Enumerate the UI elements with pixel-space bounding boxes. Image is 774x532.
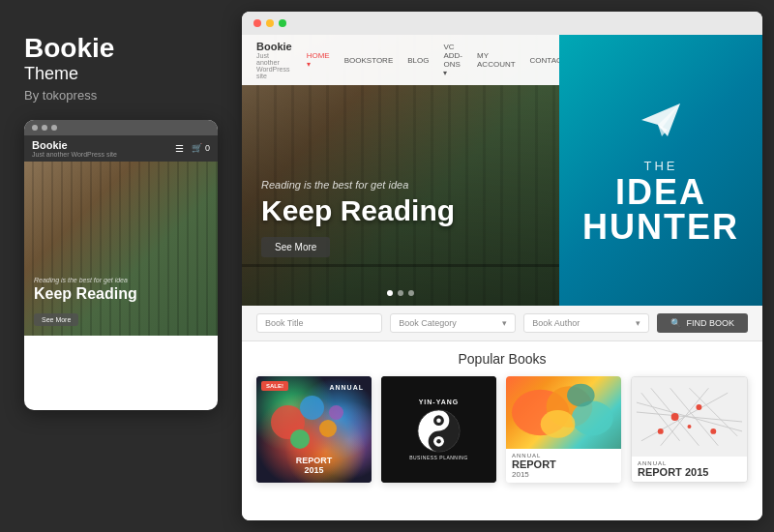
book-card-2[interactable]: YIN-YANG BUSINESS PLANNING — [381, 376, 496, 483]
book-card-3[interactable]: ANNUAL REPORT 2015 — [506, 376, 621, 483]
book4-top — [632, 377, 747, 457]
book-cover-the: THE — [644, 159, 678, 173]
book4-report: REPORT 2015 — [638, 466, 741, 478]
book-cover-title1: IDEA — [615, 175, 706, 210]
yin-yang-symbol — [417, 409, 461, 453]
hero-dot-3[interactable] — [408, 290, 414, 296]
nav-logo-sub: Just another WordPress site — [256, 52, 292, 79]
browser-dot-red — [253, 19, 261, 27]
mobile-browser-dots — [24, 120, 218, 135]
search-book-author-select[interactable]: Book Author ▾ — [523, 313, 649, 333]
nav-item-contact[interactable]: CONTACT — [530, 56, 559, 65]
search-bar: Book Title Book Category ▾ Book Author ▾… — [242, 306, 762, 341]
hero-books-shelf — [242, 264, 559, 267]
hero-dot-1[interactable] — [387, 290, 393, 296]
hero-slider-dots — [387, 290, 414, 296]
sidebar: Bookie Theme By tokopress Bookie Just an… — [0, 0, 242, 532]
svg-point-20 — [710, 429, 716, 434]
browser-chrome — [242, 12, 762, 35]
mobile-hero-text: Reading is the best for get idea Keep Re… — [34, 277, 208, 326]
book-card-4[interactable]: ANNUAL REPORT 2015 — [631, 376, 748, 483]
books-grid: SALE! ANNUAL REPORT 2015 YIN-YANG — [256, 376, 748, 483]
book3-bottom: ANNUAL REPORT 2015 — [506, 449, 621, 483]
svg-point-21 — [658, 429, 664, 434]
svg-point-8 — [541, 410, 576, 438]
book-cover-title2: HUNTER — [582, 210, 739, 245]
mobile-hero-tagline: Reading is the best for get idea — [34, 277, 208, 283]
mobile-see-more-button[interactable]: See More — [34, 313, 78, 326]
nav-item-vcaddons[interactable]: VC ADD-ONS ▾ — [443, 43, 462, 77]
svg-point-19 — [696, 404, 701, 410]
hero-content: Reading is the best for get idea Keep Re… — [261, 179, 455, 257]
book3-shapes — [506, 376, 621, 449]
mobile-logo: Bookie Just another WordPress site — [32, 139, 117, 158]
book3-report: REPORT — [512, 458, 615, 470]
book3-top — [506, 376, 621, 449]
hero-dot-2[interactable] — [398, 290, 403, 296]
search-book-title-input[interactable]: Book Title — [256, 313, 382, 333]
hero-book-cover: THE IDEA HUNTER — [559, 35, 762, 306]
popular-books-title: Popular Books — [256, 351, 748, 367]
bubble-purple — [329, 405, 343, 420]
nav-item-home[interactable]: HOME ▾ — [307, 51, 330, 69]
hero-title: Keep Reading — [261, 194, 455, 227]
hero-nav: Bookie Just another WordPress site HOME … — [242, 35, 559, 85]
bubble-green — [290, 429, 310, 449]
browser-dot-green — [279, 19, 286, 27]
bubble-orange — [319, 420, 337, 437]
svg-point-9 — [567, 384, 595, 407]
hero-bookshelf: Bookie Just another WordPress site HOME … — [242, 35, 559, 306]
nav-item-myaccount[interactable]: MY ACCOUNT — [477, 51, 516, 69]
book4-bottom: ANNUAL REPORT 2015 — [632, 457, 747, 482]
nav-logo-title: Bookie — [256, 41, 292, 52]
book4-inner: ANNUAL REPORT 2015 — [632, 377, 747, 482]
mobile-cart[interactable]: 🛒 0 — [192, 143, 210, 153]
find-book-button[interactable]: 🔍 FIND BOOK — [657, 313, 748, 333]
hero-see-more-button[interactable]: See More — [261, 237, 330, 257]
mobile-dot-2 — [42, 125, 47, 131]
nav-item-blog[interactable]: BLOG — [407, 56, 429, 65]
book-card-1[interactable]: SALE! ANNUAL REPORT 2015 — [256, 376, 372, 483]
mobile-header: Bookie Just another WordPress site ☰ 🛒 0 — [24, 135, 218, 162]
sidebar-title: Bookie — [24, 34, 218, 64]
book1-annual: ANNUAL — [329, 384, 364, 391]
mobile-header-title: Bookie — [32, 139, 117, 151]
sidebar-by: By tokopress — [24, 88, 218, 103]
svg-point-3 — [436, 418, 441, 423]
hero-tagline: Reading is the best for get idea — [261, 179, 455, 191]
book-card-1-inner: SALE! ANNUAL REPORT 2015 — [256, 376, 372, 483]
main-area: Bookie Just another WordPress site HOME … — [242, 12, 762, 520]
books-section: Popular Books SALE! ANNUAL REPORT 2015 — [242, 341, 762, 520]
mobile-hero-title: Keep Reading — [34, 285, 208, 303]
sidebar-subtitle: Theme — [24, 64, 218, 84]
book3-inner: ANNUAL REPORT 2015 — [506, 376, 621, 483]
bubble-blue — [300, 396, 324, 420]
mobile-header-sub: Just another WordPress site — [32, 151, 117, 158]
mobile-menu-icon[interactable]: ☰ — [175, 143, 184, 154]
sale-badge: SALE! — [261, 381, 288, 391]
mobile-preview: Bookie Just another WordPress site ☰ 🛒 0… — [24, 120, 218, 410]
svg-point-22 — [688, 425, 692, 429]
book1-report-year: REPORT 2015 — [296, 456, 333, 475]
svg-point-4 — [436, 439, 441, 444]
book2-subtitle: BUSINESS PLANNING — [409, 455, 468, 460]
search-icon: 🔍 — [670, 318, 681, 328]
book3-year: 2015 — [512, 470, 615, 479]
browser-dot-yellow — [266, 19, 274, 27]
yin-yang-container: YIN-YANG BUSINESS PLANNING — [381, 376, 496, 483]
book2-title: YIN-YANG — [419, 399, 460, 405]
svg-point-18 — [671, 413, 679, 421]
mobile-dot-1 — [32, 125, 38, 131]
mobile-hero: Reading is the best for get idea Keep Re… — [24, 162, 218, 336]
nav-logo: Bookie Just another WordPress site — [256, 41, 292, 79]
mobile-dot-3 — [51, 125, 57, 131]
book4-svg — [632, 377, 747, 457]
desktop-hero: Bookie Just another WordPress site HOME … — [242, 35, 762, 306]
search-book-category-select[interactable]: Book Category ▾ — [390, 313, 516, 333]
nav-item-bookstore[interactable]: BOOKSTORE — [344, 56, 394, 65]
paper-plane-icon — [637, 96, 685, 144]
